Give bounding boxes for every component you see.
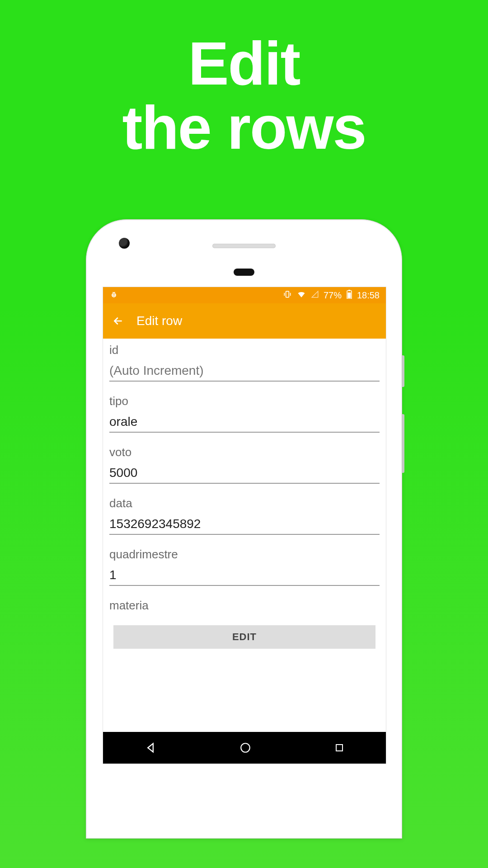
sensor-pill — [234, 269, 254, 276]
field-label-voto: voto — [109, 445, 380, 459]
status-bar: 77% 18:58 — [103, 287, 386, 303]
battery-icon — [346, 290, 352, 301]
field-input-tipo[interactable] — [109, 412, 380, 433]
volume-button — [402, 414, 404, 473]
svg-rect-4 — [347, 292, 351, 298]
hero-line-1: Edit — [188, 29, 300, 98]
field-label-quad: quadrimestre — [109, 547, 380, 561]
bee-icon — [109, 290, 118, 301]
speaker-slot — [212, 244, 276, 248]
nav-recent-icon[interactable] — [334, 742, 345, 753]
device-screen: 77% 18:58 Edit row id — [103, 287, 386, 764]
battery-text: 77% — [324, 290, 342, 301]
field-input-voto[interactable] — [109, 463, 380, 484]
system-nav-bar — [103, 732, 386, 764]
field-label-id: id — [109, 343, 380, 357]
camera-dot — [119, 238, 130, 249]
field-label-tipo: tipo — [109, 394, 380, 408]
power-button — [402, 355, 404, 387]
form-content[interactable]: id tipo voto data quadrimestre — [103, 339, 386, 732]
wifi-icon — [296, 290, 306, 301]
appbar-title: Edit row — [136, 314, 182, 328]
field-label-materia: materia — [109, 599, 380, 613]
nav-back-icon[interactable] — [144, 741, 157, 754]
clock-text: 18:58 — [357, 290, 380, 301]
nav-home-icon[interactable] — [239, 742, 251, 754]
svg-rect-6 — [336, 745, 343, 751]
field-input-quad[interactable] — [109, 565, 380, 586]
hero-title: Edit the rows — [0, 32, 488, 160]
field-label-data: data — [109, 496, 380, 510]
field-input-data[interactable] — [109, 514, 380, 535]
back-arrow-icon[interactable] — [112, 315, 124, 327]
svg-rect-1 — [286, 291, 289, 297]
vibrate-icon — [283, 290, 292, 301]
phone-frame: 77% 18:58 Edit row id — [86, 219, 402, 839]
signal-icon — [311, 290, 319, 301]
promo-background: Edit the rows — [0, 0, 488, 868]
edit-button[interactable]: EDIT — [113, 625, 375, 649]
field-input-id[interactable] — [109, 361, 380, 382]
svg-point-5 — [241, 743, 250, 752]
hero-line-2: the rows — [122, 94, 366, 162]
app-bar: Edit row — [103, 303, 386, 339]
